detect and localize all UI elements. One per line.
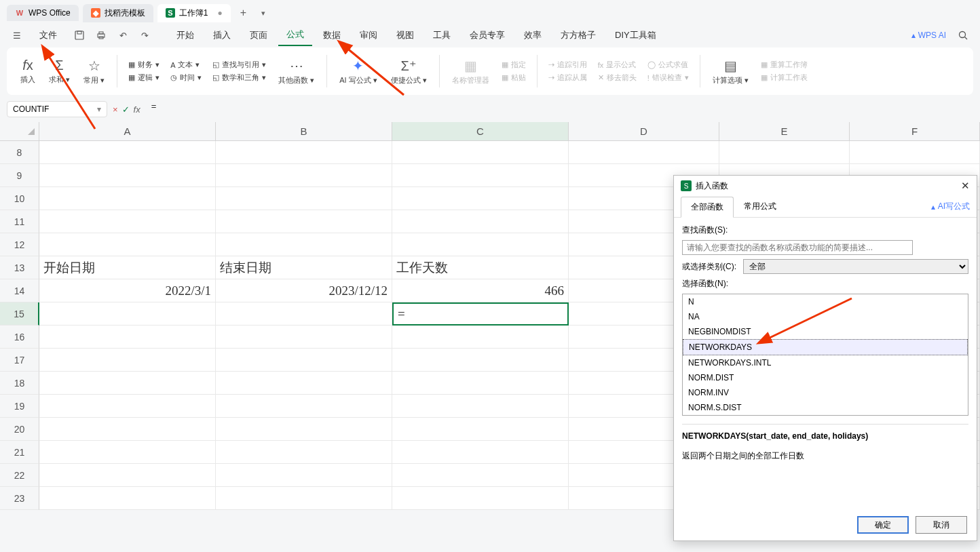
cell-B8[interactable]: [216, 141, 392, 164]
row-header-10[interactable]: 10: [0, 187, 39, 210]
row-header-21[interactable]: 21: [0, 441, 39, 464]
menu-insert[interactable]: 插入: [205, 25, 239, 45]
menu-data[interactable]: 数据: [315, 25, 349, 45]
function-item-norm-inv[interactable]: NORM.INV: [683, 385, 968, 400]
name-box[interactable]: COUNTIF ▾: [7, 101, 107, 117]
tab-template[interactable]: ◆ 找稻壳模板: [83, 4, 153, 22]
cell-B9[interactable]: [216, 164, 392, 187]
menu-efficiency[interactable]: 效率: [516, 25, 550, 45]
ok-button[interactable]: 确定: [857, 516, 909, 534]
cell-A14[interactable]: 2022/3/1: [39, 279, 216, 302]
row-header-14[interactable]: 14: [0, 279, 39, 302]
formula-input[interactable]: =: [146, 101, 973, 117]
ribbon-logic[interactable]: ▦ 逻辑 ▾: [128, 73, 159, 83]
ribbon-ai-formula[interactable]: ✦ AI 写公式 ▾: [334, 58, 383, 85]
ribbon-text[interactable]: A 文本 ▾: [170, 60, 202, 70]
new-tab-button[interactable]: +: [235, 4, 252, 22]
cell-C21[interactable]: [392, 441, 569, 464]
cell-D8[interactable]: [569, 141, 719, 164]
cell-B11[interactable]: [216, 210, 392, 233]
category-select[interactable]: 全部: [743, 259, 968, 274]
cell-C18[interactable]: [392, 372, 569, 395]
ribbon-insert-function[interactable]: fx 插入: [15, 58, 41, 85]
cell-B20[interactable]: [216, 418, 392, 441]
cell-C13[interactable]: 工作天数: [392, 256, 569, 279]
print-icon[interactable]: [94, 28, 109, 43]
cell-A23[interactable]: [39, 487, 216, 510]
cell-B13[interactable]: 结束日期: [216, 256, 392, 279]
cell-C20[interactable]: [392, 418, 569, 441]
menu-tools[interactable]: 工具: [425, 25, 459, 45]
col-header-F[interactable]: F: [850, 122, 980, 141]
cell-B12[interactable]: [216, 233, 392, 256]
function-list[interactable]: NNANEGBINOMDISTNETWORKDAYSNETWORKDAYS.IN…: [682, 294, 968, 416]
cell-C9[interactable]: [392, 164, 569, 187]
row-header-9[interactable]: 9: [0, 164, 39, 187]
cell-A11[interactable]: [39, 210, 216, 233]
cell-A12[interactable]: [39, 233, 216, 256]
row-header-22[interactable]: 22: [0, 464, 39, 487]
cell-A22[interactable]: [39, 464, 216, 487]
search-input[interactable]: [682, 240, 913, 255]
cell-B22[interactable]: [216, 464, 392, 487]
tab-wps-office[interactable]: W WPS Office: [7, 5, 79, 21]
cell-B10[interactable]: [216, 187, 392, 210]
menu-file[interactable]: 文件: [31, 25, 65, 45]
fx-icon[interactable]: fx: [134, 104, 140, 115]
cell-A8[interactable]: [39, 141, 216, 164]
cell-C12[interactable]: [392, 233, 569, 256]
ribbon-name-manager[interactable]: ▦ 名称管理器: [447, 58, 495, 85]
ribbon-common[interactable]: ☆ 常用 ▾: [78, 58, 110, 85]
function-item-na[interactable]: NA: [683, 309, 968, 324]
tab-all-functions[interactable]: 全部函数: [681, 197, 734, 218]
row-header-18[interactable]: 18: [0, 372, 39, 395]
menu-formula[interactable]: 公式: [278, 24, 312, 46]
cell-A15[interactable]: [39, 302, 216, 326]
wps-ai-button[interactable]: ▴WPS AI: [911, 31, 946, 40]
cell-B16[interactable]: [216, 326, 392, 349]
redo-icon[interactable]: ↷: [137, 28, 152, 43]
ribbon-lookup[interactable]: ◱ 查找与引用 ▾: [212, 60, 266, 70]
row-header-23[interactable]: 23: [0, 487, 39, 510]
row-header-8[interactable]: 8: [0, 141, 39, 164]
cell-B21[interactable]: [216, 441, 392, 464]
cell-C10[interactable]: [392, 187, 569, 210]
menu-member[interactable]: 会员专享: [461, 25, 513, 45]
cancel-button[interactable]: 取消: [916, 516, 967, 534]
cell-F8[interactable]: [850, 141, 980, 164]
menu-diy[interactable]: DIY工具箱: [607, 25, 664, 45]
search-icon[interactable]: [956, 28, 970, 43]
tab-workbook[interactable]: S 工作簿1 ●: [157, 4, 231, 22]
function-item-networkdays[interactable]: NETWORKDAYS: [683, 339, 968, 355]
col-header-A[interactable]: A: [39, 122, 216, 141]
function-item-norm-s-dist[interactable]: NORM.S.DIST: [683, 400, 968, 415]
cell-A19[interactable]: [39, 395, 216, 418]
formula-cancel-icon[interactable]: ×: [113, 104, 118, 115]
save-icon[interactable]: [72, 28, 87, 43]
hamburger-icon[interactable]: ☰: [10, 28, 24, 43]
undo-icon[interactable]: ↶: [115, 28, 130, 43]
cell-B14[interactable]: 2023/12/12: [216, 279, 392, 302]
function-item-networkdays-intl[interactable]: NETWORKDAYS.INTL: [683, 355, 968, 370]
menu-page[interactable]: 页面: [242, 25, 276, 45]
col-header-C[interactable]: C: [392, 122, 569, 141]
tab-common-formulas[interactable]: 常用公式: [734, 196, 787, 217]
row-header-16[interactable]: 16: [0, 326, 39, 349]
row-header-17[interactable]: 17: [0, 349, 39, 372]
cell-E8[interactable]: [719, 141, 850, 164]
tab-menu-button[interactable]: ▾: [256, 6, 271, 20]
cell-C22[interactable]: [392, 464, 569, 487]
ribbon-calc-options[interactable]: ▤ 计算选项 ▾: [707, 58, 754, 85]
row-header-13[interactable]: 13: [0, 256, 39, 279]
cell-B23[interactable]: [216, 487, 392, 510]
row-header-20[interactable]: 20: [0, 418, 39, 441]
cell-C23[interactable]: [392, 487, 569, 510]
ribbon-finance[interactable]: ▦ 财务 ▾: [128, 60, 159, 70]
cell-A13[interactable]: 开始日期: [39, 256, 216, 279]
cell-C15[interactable]: =: [392, 302, 569, 326]
cell-B19[interactable]: [216, 395, 392, 418]
ribbon-other-functions[interactable]: ⋯ 其他函数 ▾: [273, 58, 320, 85]
cell-C11[interactable]: [392, 210, 569, 233]
menu-ffgz[interactable]: 方方格子: [552, 25, 604, 45]
row-header-12[interactable]: 12: [0, 233, 39, 256]
